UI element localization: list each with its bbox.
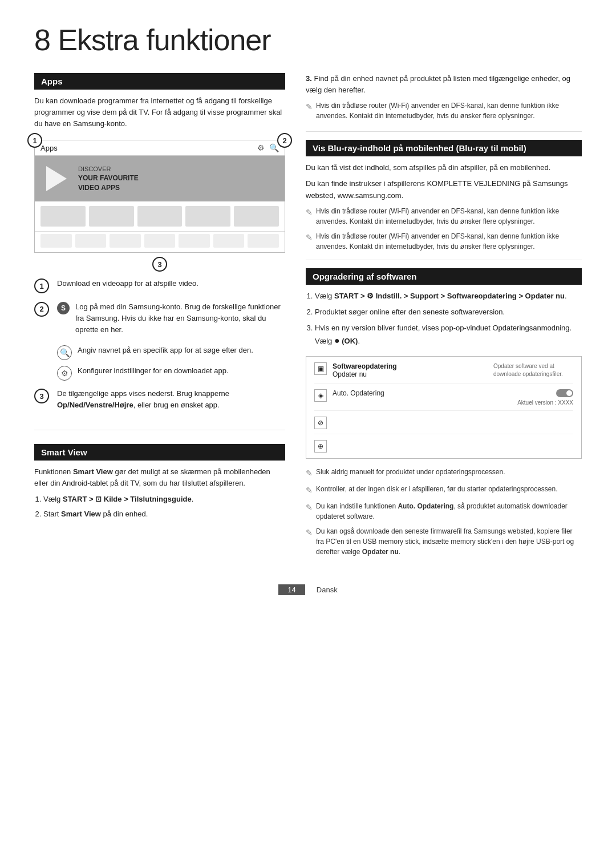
samsung-icon: S [57, 302, 70, 314]
app-item [234, 206, 279, 227]
play-icon [46, 166, 67, 191]
right-step3-block: 3. Find på din enhed navnet på produktet… [306, 73, 582, 121]
app-item-sm [75, 234, 107, 248]
page-number: 14 [278, 584, 305, 595]
apps-sub-item-samsung: S Log på med din Samsung-konto. Brug de … [57, 301, 285, 340]
apps-item-3: 3 De tilgængelige apps vises nederst. Br… [34, 388, 285, 415]
num-3-circle: 3 [34, 389, 49, 403]
apps-item-2: 2 S Log på med din Samsung-konto. Brug d… [34, 301, 285, 382]
software-update-header: Opgradering af softwaren [306, 268, 582, 285]
app-item-sm [110, 234, 141, 248]
banner-discover: DISCOVER [78, 165, 139, 173]
blu-ray-desc1: Du kan få vist det indhold, som afspille… [306, 162, 582, 173]
blu-ray-note2: ✎ Hvis din trådløse router (Wi-Fi) anven… [306, 231, 582, 252]
apps-sub-item-search: 🔍 Angiv navnet på en specifik app for at… [57, 345, 285, 361]
callout-2-top: 2 [277, 133, 292, 148]
apps-section: Apps Du kan downloade programmer fra int… [34, 73, 285, 416]
sw-note4: ✎ Du kan også downloade den seneste firm… [306, 526, 582, 557]
sw-icon-2: ◈ [314, 389, 327, 402]
sw-icon-1: ▣ [314, 362, 327, 375]
num-2-circle: 2 [34, 302, 49, 317]
app-item-sm [248, 234, 279, 248]
page-title: 8 Ekstra funktioner [34, 23, 582, 57]
apps-header: Apps [34, 73, 285, 90]
sw-note1: ✎ Sluk aldrig manuelt for produktet unde… [306, 467, 582, 479]
apps-sub2-text: Angiv navnet på en specifik app for at s… [78, 345, 253, 356]
apps-description: Du kan downloade programmer fra internet… [34, 95, 285, 130]
app-item [137, 206, 183, 227]
sw-step3: Hvis en ny version bliver fundet, vises … [315, 322, 582, 348]
blu-ray-desc2: Du kan finde instrukser i afspillerens K… [306, 178, 582, 201]
auto-update-toggle[interactable] [556, 389, 573, 397]
sw-row-3: ⊘ [314, 417, 573, 434]
apps-item-2-subs: S Log på med din Samsung-konto. Brug de … [57, 301, 285, 382]
smart-view-description: Funktionen Smart View gør det muligt at … [34, 466, 285, 489]
apps-note1: ✎ Hvis din trådløse router (Wi-Fi) anven… [306, 100, 582, 121]
sw-step1: Vælg START > ⚙ Indstill. > Support > Sof… [315, 290, 582, 302]
app-item-sm [213, 234, 245, 248]
note-icon: ✎ [306, 527, 313, 557]
sw-step2: Produktet søger online efter den seneste… [315, 306, 582, 318]
blu-ray-section: Vis Blu-ray-indhold på mobilenhed (Blu-r… [306, 140, 582, 251]
banner-video: VIDEO APPS [78, 183, 139, 193]
language-label: Dansk [317, 585, 338, 594]
apps-sub1-text: Log på med din Samsung-konto. Brug de fo… [75, 301, 285, 336]
note-icon: ✎ [306, 101, 313, 121]
sw-row-4: ⊕ [314, 440, 573, 453]
note-icon: ✎ [306, 467, 313, 479]
apps-item-1-text: Download en videoapp for at afspille vid… [57, 278, 198, 289]
sw-row-2: ◈ Auto. Opdatering Aktuel version : XXXX [314, 389, 573, 411]
sw-label-2: Auto. Opdatering [333, 389, 512, 397]
apps-item-3-text: De tilgængelige apps vises nederst. Brug… [57, 388, 285, 411]
banner-favourite: YOUR FAVOURITE [78, 173, 139, 183]
apps-topbar: Apps ⚙ 🔍 [35, 140, 285, 156]
note-icon: ✎ [306, 502, 313, 522]
sw-content-1: Softwareopdatering Opdater nu [333, 362, 488, 378]
apps-grid-row2 [35, 232, 285, 252]
apps-topbar-label: Apps [40, 144, 58, 152]
sw-version-label: Aktuel version : XXXX [517, 399, 573, 406]
search-circle-icon: 🔍 [57, 345, 72, 360]
right-step3-text: 3. Find på din enhed navnet på produktet… [306, 73, 582, 96]
blu-ray-note1: ✎ Hvis din trådløse router (Wi-Fi) anven… [306, 206, 582, 227]
smart-view-section: Smart View Funktionen Smart View gør det… [34, 444, 285, 520]
smart-view-instructions: Vælg START > ⊡ Kilde > Tilslutningsguide… [43, 494, 285, 520]
sw-note3: ✎ Du kan indstille funktionen Auto. Opda… [306, 501, 582, 522]
num-1-circle: 1 [34, 278, 49, 293]
sw-sublabel-1: Opdater nu [333, 370, 488, 378]
app-item [185, 206, 230, 227]
blu-ray-header: Vis Blu-ray-indhold på mobilenhed (Blu-r… [306, 140, 582, 156]
page-footer: 14 Dansk [34, 584, 582, 595]
sw-label-1: Softwareopdatering [333, 362, 488, 370]
settings-circle-icon: ⚙ [57, 366, 72, 381]
app-item-sm [40, 234, 72, 248]
sw-row-1: ▣ Softwareopdatering Opdater nu Opdater … [314, 362, 573, 383]
settings-icon: ⚙ [257, 143, 265, 152]
sw-toggle-area: Aktuel version : XXXX [517, 389, 573, 406]
sw-mockup: ▣ Softwareopdatering Opdater nu Opdater … [306, 356, 582, 459]
note-icon: ✎ [306, 232, 313, 252]
sw-icon-4: ⊕ [314, 440, 327, 453]
apps-mockup: 1 2 Apps ⚙ 🔍 DISCOVER YOUR FAVOURITE [34, 140, 285, 253]
software-update-section: Opgradering af softwaren Vælg START > ⚙ … [306, 268, 582, 557]
sw-note2: ✎ Kontroller, at der ingen disk er i afs… [306, 484, 582, 496]
apps-sub3-text: Konfigurer indstillinger for en download… [78, 365, 229, 377]
sw-sidenote-1: Opdater software ved at downloade opdate… [493, 362, 573, 378]
note-icon: ✎ [306, 207, 313, 227]
apps-banner: DISCOVER YOUR FAVOURITE VIDEO APPS [35, 156, 285, 201]
smart-view-header: Smart View [34, 444, 285, 461]
search-icon: 🔍 [269, 143, 279, 152]
app-item [89, 206, 134, 227]
smart-view-step1: Vælg START > ⊡ Kilde > Tilslutningsguide… [43, 494, 285, 505]
smart-view-step2: Start Smart View på din enhed. [43, 508, 285, 520]
banner-text: DISCOVER YOUR FAVOURITE VIDEO APPS [78, 165, 139, 193]
app-item-sm [179, 234, 210, 248]
note-icon: ✎ [306, 484, 313, 496]
apps-topbar-icons: ⚙ 🔍 [257, 143, 279, 152]
app-item-sm [144, 234, 176, 248]
callout-3-bottom: 3 [152, 257, 167, 272]
apps-grid-row1 [35, 201, 285, 232]
apps-numbered-list: 1 Download en videoapp for at afspille v… [34, 278, 285, 415]
apps-item-1: 1 Download en videoapp for at afspille v… [34, 278, 285, 294]
sw-icon-3: ⊘ [314, 417, 327, 429]
